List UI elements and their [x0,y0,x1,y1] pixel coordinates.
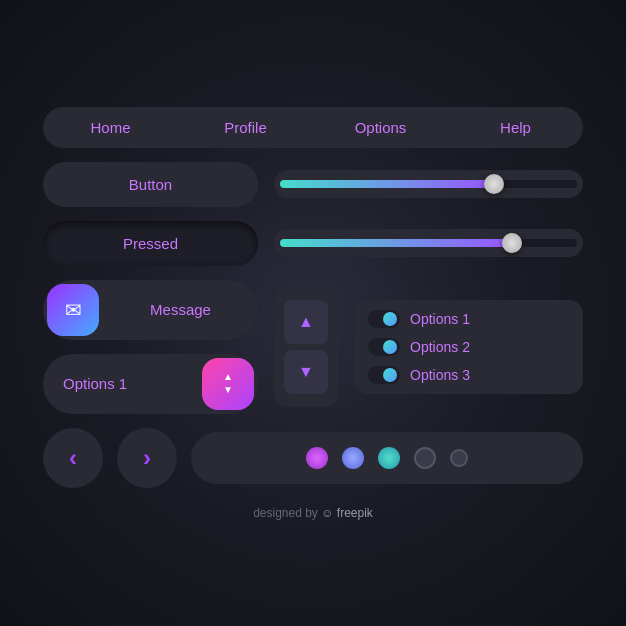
down-arrow-icon: ▼ [223,385,233,395]
dot-1[interactable] [306,447,328,469]
options-list: Options 1 Options 2 Options 3 [354,300,583,394]
prev-button[interactable]: ‹ [43,428,103,488]
dots-progress[interactable] [191,432,583,484]
nav-profile[interactable]: Profile [178,107,313,148]
option-row-1[interactable]: Options 1 [368,310,569,328]
spinner-control: ▲ ▼ [274,287,338,407]
message-row: ✉ Message Options 1 ▲ ▼ ▲ ▼ [43,280,583,414]
message-icon: ✉ [47,284,99,336]
option-row-2[interactable]: Options 2 [368,338,569,356]
dot-2[interactable] [342,447,364,469]
envelope-icon: ✉ [65,298,82,322]
options1-button[interactable]: Options 1 ▲ ▼ [43,354,258,414]
spinner-up-icon: ▲ [298,313,314,331]
message-label: Message [103,301,258,318]
option-row-3[interactable]: Options 3 [368,366,569,384]
footer-text: designed by [253,506,318,520]
up-arrow-icon: ▲ [223,372,233,382]
left-buttons: ✉ Message Options 1 ▲ ▼ [43,280,258,414]
prev-icon: ‹ [69,444,77,472]
bottom-row: ‹ › [43,428,583,488]
toggle-dot-2 [383,340,397,354]
spinner-down-button[interactable]: ▼ [284,350,328,394]
next-icon: › [143,444,151,472]
message-button[interactable]: ✉ Message [43,280,258,340]
nav-options[interactable]: Options [313,107,448,148]
dot-4[interactable] [414,447,436,469]
nav-bar: Home Profile Options Help [43,107,583,148]
toggle-1[interactable] [368,310,400,328]
slider-2[interactable] [274,229,583,257]
footer: designed by ☺ freepik [43,506,583,520]
toggle-3[interactable] [368,366,400,384]
spinner-down-icon: ▼ [298,363,314,381]
pressed-row: Pressed [43,221,583,266]
button-default[interactable]: Button [43,162,258,207]
nav-home[interactable]: Home [43,107,178,148]
toggle-dot-1 [383,312,397,326]
dot-5[interactable] [450,449,468,467]
toggle-2[interactable] [368,338,400,356]
button-row: Button [43,162,583,207]
footer-brand: ☺ freepik [321,506,373,520]
dot-3[interactable] [378,447,400,469]
spinner-up-button[interactable]: ▲ [284,300,328,344]
option-label-3: Options 3 [410,367,470,383]
nav-help[interactable]: Help [448,107,583,148]
slider-1[interactable] [274,170,583,198]
next-button[interactable]: › [117,428,177,488]
option-label-1: Options 1 [410,311,470,327]
toggle-dot-3 [383,368,397,382]
options1-label: Options 1 [63,375,198,392]
option-label-2: Options 2 [410,339,470,355]
options-arrow-icon: ▲ ▼ [202,358,254,410]
button-pressed[interactable]: Pressed [43,221,258,266]
